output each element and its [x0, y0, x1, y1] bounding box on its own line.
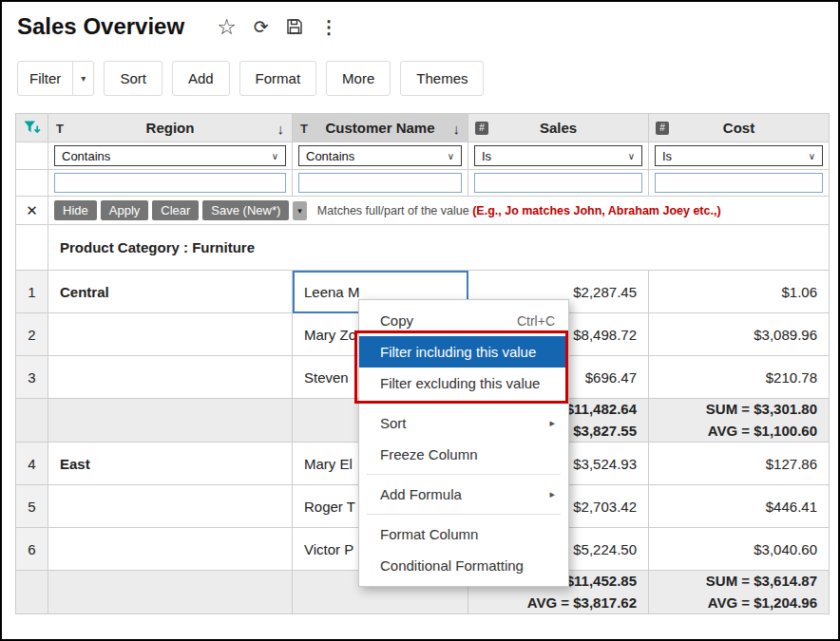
filter-funnel-icon	[22, 118, 42, 138]
cost-operator-select[interactable]: Is ∨	[655, 145, 823, 166]
filter-button[interactable]: Filter ▾	[17, 61, 94, 96]
save-options-arrow[interactable]: ▾	[293, 201, 307, 220]
row-number: 4	[16, 443, 48, 485]
toolbar: Filter ▾ Sort Add Format More Themes	[2, 40, 838, 96]
row-number-cell	[16, 571, 48, 614]
cell-cost[interactable]: $210.78	[649, 356, 830, 399]
sales-filter-input[interactable]	[474, 173, 642, 193]
sales-operator-select[interactable]: Is ∨	[474, 145, 642, 166]
app-header: Sales Overview ☆ ⟳ ⋮	[2, 2, 838, 40]
column-header-region[interactable]: T Region ↓	[48, 114, 293, 142]
customer-filter-input[interactable]	[298, 173, 462, 193]
app-window: Sales Overview ☆ ⟳ ⋮ Filter ▾ Sort Add F…	[0, 0, 840, 641]
column-header-cost[interactable]: # Cost	[649, 114, 830, 142]
menu-separator	[367, 403, 561, 404]
row-number: 3	[16, 356, 48, 399]
number-type-icon: #	[656, 122, 669, 135]
more-button[interactable]: More	[326, 61, 391, 96]
menu-separator	[367, 514, 561, 515]
group-header-row: Product Category : Furniture	[16, 225, 830, 271]
blank-cell	[16, 170, 48, 197]
customer-operator-select[interactable]: Contains ∨	[298, 145, 462, 166]
save-icon[interactable]	[286, 15, 303, 38]
row-number: 1	[16, 271, 48, 313]
cell-region[interactable]	[48, 313, 293, 356]
text-type-icon: T	[56, 121, 64, 135]
page-title: Sales Overview	[17, 13, 184, 40]
row-number: 5	[16, 485, 48, 528]
context-menu: Copy Ctrl+C Filter including this value …	[358, 299, 569, 587]
row-number-cell	[16, 225, 48, 271]
menu-filter-including[interactable]: Filter including this value	[359, 336, 568, 368]
chevron-down-icon: ∨	[628, 151, 635, 161]
cell-region[interactable]	[48, 485, 293, 528]
cost-summary: SUM = $3,301.80 AVG = $1,100.60	[649, 399, 830, 443]
menu-sort[interactable]: Sort ▸	[359, 407, 568, 439]
cost-summary: SUM = $3,614.87 AVG = $1,204.96	[649, 571, 830, 614]
clear-button[interactable]: Clear	[152, 200, 199, 220]
menu-copy[interactable]: Copy Ctrl+C	[359, 305, 568, 336]
menu-freeze-column[interactable]: Freeze Column	[359, 439, 568, 470]
filter-hint-text: Matches full/part of the value (E.g., Jo…	[317, 204, 721, 217]
save-new-button[interactable]: Save (New*)	[202, 200, 289, 220]
cell-region	[48, 399, 293, 443]
add-button[interactable]: Add	[172, 61, 230, 96]
close-filter-button[interactable]: ✕	[16, 197, 48, 225]
sort-button[interactable]: Sort	[104, 61, 162, 96]
filter-input-row	[16, 170, 830, 197]
text-type-icon: T	[300, 121, 308, 135]
cell-region[interactable]: Central	[48, 271, 293, 313]
row-number: 6	[16, 528, 48, 571]
region-filter-input[interactable]	[54, 173, 286, 193]
copy-shortcut: Ctrl+C	[517, 313, 555, 329]
chevron-down-icon: ∨	[272, 151, 278, 161]
row-number: 2	[16, 313, 48, 356]
submenu-arrow-icon: ▸	[549, 488, 555, 500]
cell-region	[48, 571, 293, 614]
menu-conditional-formatting[interactable]: Conditional Formatting	[359, 550, 568, 581]
refresh-icon[interactable]: ⟳	[254, 15, 269, 38]
cell-cost[interactable]: $127.86	[649, 443, 830, 485]
cell-cost[interactable]: $1.06	[649, 271, 830, 313]
filter-toggle-cell[interactable]	[16, 114, 48, 142]
sort-desc-icon[interactable]: ↓	[277, 120, 285, 136]
group-header-label: Product Category : Furniture	[48, 225, 830, 271]
favorite-star-icon[interactable]: ☆	[217, 15, 237, 38]
filter-action-row: ✕ Hide Apply Clear Save (New*) ▾ Matches…	[16, 197, 830, 225]
region-operator-select[interactable]: Contains ∨	[54, 145, 286, 166]
menu-format-column[interactable]: Format Column	[359, 518, 568, 550]
cell-cost[interactable]: $3,089.96	[649, 313, 830, 356]
column-header-sales[interactable]: # Sales	[468, 114, 649, 142]
header-row: T Region ↓ T Customer Name ↓ # Sales #	[16, 114, 830, 142]
more-options-icon[interactable]: ⋮	[320, 15, 339, 38]
menu-filter-excluding[interactable]: Filter excluding this value	[359, 368, 568, 399]
number-type-icon: #	[475, 122, 488, 135]
menu-separator	[367, 474, 561, 475]
cell-cost[interactable]: $3,040.60	[649, 528, 830, 571]
cell-region[interactable]	[48, 356, 293, 399]
submenu-arrow-icon: ▸	[549, 417, 555, 429]
cost-filter-input[interactable]	[655, 173, 823, 193]
blank-cell	[16, 142, 48, 170]
themes-button[interactable]: Themes	[400, 61, 484, 96]
cell-region[interactable]	[48, 528, 293, 571]
filter-dropdown-arrow[interactable]: ▾	[72, 62, 93, 95]
cell-cost[interactable]: $446.41	[649, 485, 830, 528]
format-button[interactable]: Format	[239, 61, 317, 96]
chevron-down-icon: ∨	[448, 151, 454, 161]
row-number-cell	[16, 399, 48, 443]
apply-button[interactable]: Apply	[101, 200, 149, 220]
cell-region[interactable]: East	[48, 443, 293, 485]
column-header-customer-name[interactable]: T Customer Name ↓	[293, 114, 468, 142]
filter-operator-row: Contains ∨ Contains ∨ Is ∨	[16, 142, 830, 170]
hide-button[interactable]: Hide	[54, 200, 97, 220]
sort-desc-icon[interactable]: ↓	[453, 120, 461, 136]
chevron-down-icon: ∨	[809, 151, 815, 161]
filter-hint-example: (E.g., Jo matches John, Abraham Joey etc…	[472, 204, 720, 217]
menu-add-formula[interactable]: Add Formula ▸	[359, 479, 568, 510]
